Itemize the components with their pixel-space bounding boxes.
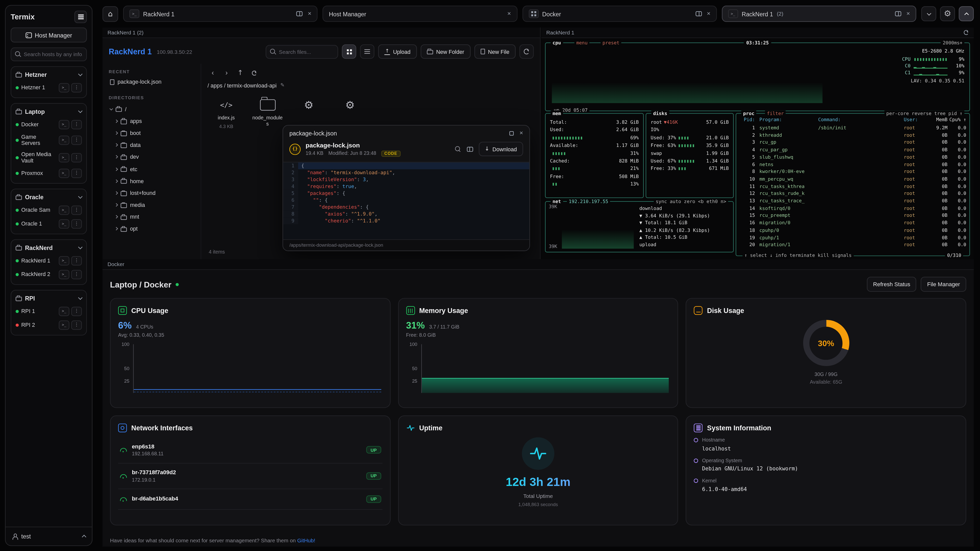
host-menu-button[interactable] xyxy=(71,306,82,316)
host-search-input[interactable] xyxy=(24,51,83,57)
file-item[interactable] xyxy=(334,97,366,129)
new-folder-button[interactable]: New Folder xyxy=(421,44,471,59)
group-header[interactable]: Hetzner xyxy=(14,70,83,81)
file-item[interactable] xyxy=(293,97,325,129)
host-terminal-button[interactable] xyxy=(59,168,69,178)
new-file-button[interactable]: New File xyxy=(474,44,515,59)
process-row[interactable]: 18 cpuhp/0 root 0B 0.0 xyxy=(739,227,966,234)
tree-folder[interactable]: dev xyxy=(109,151,194,163)
tree-folder[interactable]: home xyxy=(109,175,194,187)
breadcrumb[interactable]: / apps / termix-download-api xyxy=(207,83,534,89)
host-terminal-button[interactable] xyxy=(59,306,69,316)
expand-icon[interactable] xyxy=(509,131,514,135)
process-row[interactable]: 3 rcu_gp root 0B 0.0 xyxy=(739,139,966,146)
file-item[interactable]: index.js 4.3 KB xyxy=(210,97,242,129)
home-button[interactable] xyxy=(103,6,118,21)
folder-item[interactable]: node_modules xyxy=(251,97,283,129)
tree-root-folder[interactable]: / xyxy=(109,103,194,115)
host-terminal-button[interactable] xyxy=(59,270,69,279)
tree-folder[interactable]: lost+found xyxy=(109,187,194,199)
user-menu[interactable]: test xyxy=(6,527,92,545)
github-link[interactable]: GitHub! xyxy=(298,537,315,543)
close-tab-icon[interactable] xyxy=(906,11,910,17)
close-tab-icon[interactable] xyxy=(508,11,511,17)
split-view-icon[interactable] xyxy=(895,11,901,16)
tab-host-manager[interactable]: Host Manager xyxy=(323,6,517,22)
refresh-path-button[interactable] xyxy=(249,67,259,78)
host-item[interactable]: RPI 1 xyxy=(14,304,83,318)
process-row[interactable]: 5 slub_flushwq root 0B 0.0 xyxy=(739,154,966,161)
download-button[interactable]: Download xyxy=(479,142,523,156)
host-terminal-button[interactable] xyxy=(59,205,69,215)
edit-path-icon[interactable] xyxy=(280,83,284,88)
process-row[interactable]: 19 cpuhp/1 root 0B 0.0 xyxy=(739,234,966,241)
file-manager-button[interactable]: File Manager xyxy=(921,277,966,292)
process-row[interactable]: 2 kthreadd root 0B 0.0 xyxy=(739,132,966,139)
file-search-input[interactable] xyxy=(279,48,334,55)
group-header[interactable]: Oracle xyxy=(14,192,83,203)
process-row[interactable]: 14 ksoftirqd/0 root 0B 0.0 xyxy=(739,205,966,212)
list-view-button[interactable] xyxy=(360,44,374,59)
process-row[interactable]: 10 mm_percpu_wq root 0B 0.0 xyxy=(739,176,966,183)
process-row[interactable]: 4 rcu_par_gp root 0B 0.0 xyxy=(739,146,966,154)
host-item[interactable]: Open Media Vault xyxy=(14,149,83,166)
process-row[interactable]: 6 netns root 0B 0.0 xyxy=(739,161,966,168)
process-row[interactable]: 15 rcu_preempt root 0B 0.0 xyxy=(739,212,966,219)
collapse-header-button[interactable] xyxy=(959,6,974,21)
side-panel-icon[interactable] xyxy=(466,147,473,152)
process-row[interactable]: 13 rcu_tasks_trace_ root 0B 0.0 xyxy=(739,197,966,205)
tree-folder[interactable]: data xyxy=(109,139,194,151)
host-terminal-button[interactable] xyxy=(59,120,69,129)
host-item[interactable]: Hetzner 1 xyxy=(14,81,83,94)
process-row[interactable]: 1 systemd /sbin/init root 9.2M 0.0 xyxy=(739,124,966,132)
tab-racknerd1-files[interactable]: RackNerd 1 (2) xyxy=(722,6,916,22)
host-menu-button[interactable] xyxy=(71,256,82,265)
host-terminal-button[interactable] xyxy=(59,135,69,144)
tools-button[interactable] xyxy=(940,6,955,21)
tree-folder[interactable]: apps xyxy=(109,115,194,127)
split-view-icon[interactable] xyxy=(297,11,303,16)
up-button[interactable] xyxy=(235,67,246,78)
host-terminal-button[interactable] xyxy=(59,83,69,92)
host-item[interactable]: Proxmox xyxy=(14,166,83,180)
host-terminal-button[interactable] xyxy=(59,153,69,162)
host-item[interactable]: Oracle 1 xyxy=(14,217,83,230)
grid-view-button[interactable] xyxy=(342,44,356,59)
host-menu-button[interactable] xyxy=(71,168,82,178)
host-menu-button[interactable] xyxy=(71,205,82,215)
group-header[interactable]: Laptop xyxy=(14,107,83,118)
host-item[interactable]: Oracle Sam xyxy=(14,203,83,217)
host-terminal-button[interactable] xyxy=(59,219,69,229)
tree-folder[interactable]: boot xyxy=(109,127,194,139)
split-view-icon[interactable] xyxy=(695,11,702,16)
host-manager-button[interactable]: Host Manager xyxy=(11,27,87,43)
tab-docker[interactable]: Docker xyxy=(522,6,717,22)
host-terminal-button[interactable] xyxy=(59,256,69,265)
refresh-status-button[interactable]: Refresh Status xyxy=(867,277,917,292)
host-item[interactable]: RackNerd 1 xyxy=(14,254,83,268)
host-menu-button[interactable] xyxy=(71,270,82,279)
tabs-dropdown-button[interactable] xyxy=(921,6,936,21)
tree-folder[interactable]: opt xyxy=(109,223,194,235)
process-row[interactable]: 16 migration/0 root 0B 0.0 xyxy=(739,219,966,227)
back-button[interactable] xyxy=(207,67,218,78)
tree-folder[interactable]: mnt xyxy=(109,211,194,223)
group-header[interactable]: RackNerd xyxy=(14,243,83,254)
host-menu-button[interactable] xyxy=(71,153,82,162)
host-menu-button[interactable] xyxy=(71,219,82,229)
search-in-file-icon[interactable] xyxy=(455,146,461,152)
host-item[interactable]: RPI 2 xyxy=(14,318,83,332)
close-tab-icon[interactable] xyxy=(707,11,711,17)
close-modal-icon[interactable] xyxy=(519,130,523,136)
process-row[interactable]: 11 rcu_tasks_kthrea root 0B 0.0 xyxy=(739,183,966,190)
recent-file-item[interactable]: package-lock.json xyxy=(109,77,194,87)
refresh-button[interactable] xyxy=(519,44,534,59)
file-search[interactable] xyxy=(266,44,338,59)
btop-monitor[interactable]: cpu menu preset 03:31:25 2000ms+ E5-2680… xyxy=(541,38,974,259)
sidebar-menu-button[interactable] xyxy=(74,11,87,23)
tab-racknerd1-terminal[interactable]: RackNerd 1 xyxy=(123,6,318,22)
forward-button[interactable] xyxy=(221,67,232,78)
host-menu-button[interactable] xyxy=(71,83,82,92)
host-item[interactable]: RackNerd 2 xyxy=(14,268,83,281)
group-header[interactable]: RPI xyxy=(14,294,83,304)
